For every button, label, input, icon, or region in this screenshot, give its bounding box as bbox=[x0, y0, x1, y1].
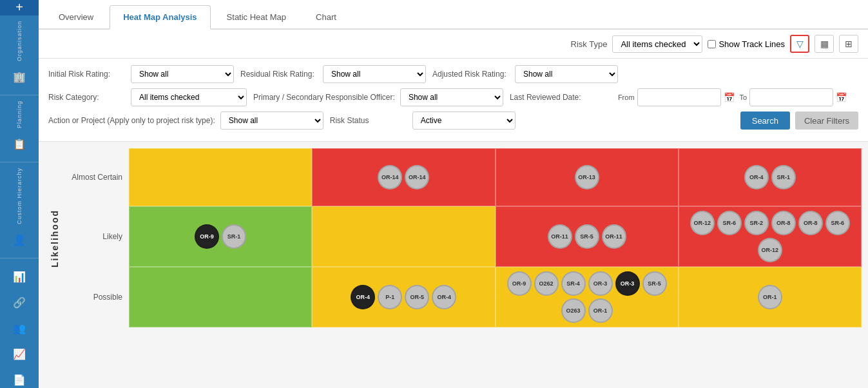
row-label-possible: Possible bbox=[64, 267, 129, 327]
badge-sr6b[interactable]: SR-6 bbox=[825, 211, 850, 235]
badge-or4b[interactable]: OR-4 bbox=[351, 285, 375, 309]
risk-status-label: Risk Status bbox=[330, 116, 407, 125]
primary-officer-filter: Primary / Secondary Responsible Officer:… bbox=[253, 88, 503, 106]
cells-possible: OR-4 P-1 OR-5 OR-4 OR-9 O262 SR-4 OR-3 O… bbox=[129, 267, 862, 327]
badge-sr6a[interactable]: SR-6 bbox=[717, 211, 742, 235]
likelihood-label: Likelihood bbox=[50, 209, 60, 267]
row-label-likely: Likely bbox=[64, 206, 129, 267]
tab-chart[interactable]: Chart bbox=[302, 5, 350, 28]
cell-ac-3: OR-13 bbox=[496, 148, 679, 206]
badge-or3b[interactable]: OR-3 bbox=[615, 271, 640, 296]
badge-or5[interactable]: OR-5 bbox=[405, 285, 429, 309]
search-button[interactable]: Search bbox=[740, 112, 790, 130]
chart-icon[interactable]: 📊 bbox=[8, 265, 31, 288]
cell-l-1: OR-9 SR-1 bbox=[129, 206, 312, 267]
risk-status-select[interactable]: Active bbox=[412, 112, 516, 130]
row-likely: Likely OR-9 SR-1 OR-11 SR-5 OR-11 bbox=[64, 206, 862, 267]
calendar-to-icon[interactable]: 📅 bbox=[836, 92, 847, 102]
risk-category-select[interactable]: All items checked bbox=[131, 88, 247, 106]
cells-almost-certain: OR-14 OR-14 OR-13 OR-4 SR-1 bbox=[129, 148, 862, 206]
residual-risk-select[interactable]: Show all bbox=[323, 65, 426, 83]
badge-or4c[interactable]: OR-4 bbox=[432, 285, 456, 309]
badge-or11b[interactable]: OR-11 bbox=[602, 224, 626, 249]
initial-risk-select[interactable]: Show all bbox=[131, 65, 234, 83]
document-icon[interactable]: 📄 bbox=[8, 368, 31, 388]
badge-or12a[interactable]: OR-12 bbox=[690, 211, 715, 235]
table-icon-button[interactable]: ▦ bbox=[815, 35, 834, 53]
calendar-from-icon[interactable]: 📅 bbox=[724, 92, 735, 102]
clear-filters-button[interactable]: Clear Filters bbox=[795, 112, 858, 130]
cell-ac-4: OR-4 SR-1 bbox=[679, 148, 862, 206]
grid-icon-button[interactable]: ⊞ bbox=[839, 35, 858, 53]
badge-p1[interactable]: P-1 bbox=[378, 285, 402, 309]
badge-or14a[interactable]: OR-14 bbox=[378, 165, 402, 189]
badge-or14b[interactable]: OR-14 bbox=[405, 165, 429, 189]
badge-sr5a[interactable]: SR-5 bbox=[575, 224, 599, 249]
primary-officer-select[interactable]: Show all bbox=[400, 88, 503, 106]
likelihood-label-wrap: Likelihood bbox=[45, 148, 64, 329]
risk-category-filter: Risk Category: All items checked bbox=[48, 88, 247, 106]
date-to-input[interactable] bbox=[749, 88, 833, 106]
badge-sr1a[interactable]: SR-1 bbox=[771, 165, 796, 189]
badge-o262[interactable]: O262 bbox=[534, 271, 559, 296]
sidebar-section-icons: 📊 🔗 👥 📈 📄 bbox=[0, 258, 39, 388]
sidebar: + Organisation 🏢 Planning 📋 Custom Hiera… bbox=[0, 0, 39, 388]
cell-l-2 bbox=[312, 206, 495, 267]
organisation-label: Organisation bbox=[16, 21, 23, 61]
organisation-icon[interactable]: 🏢 bbox=[8, 65, 31, 88]
main-content: Overview Heat Map Analysis Static Heat M… bbox=[39, 0, 868, 388]
badge-or4a[interactable]: OR-4 bbox=[744, 165, 769, 189]
custom-hierarchy-icon[interactable]: 👤 bbox=[8, 228, 31, 251]
badge-or3a[interactable]: OR-3 bbox=[588, 271, 613, 296]
planning-icon[interactable]: 📋 bbox=[8, 132, 31, 155]
cells-likely: OR-9 SR-1 OR-11 SR-5 OR-11 OR-12 SR-6 bbox=[129, 206, 862, 267]
badge-or9b[interactable]: OR-9 bbox=[507, 271, 532, 296]
tab-static-heat-map[interactable]: Static Heat Map bbox=[213, 5, 300, 28]
analytics-icon[interactable]: 📈 bbox=[8, 342, 31, 365]
badge-or11a[interactable]: OR-11 bbox=[548, 224, 572, 249]
residual-risk-label: Residual Risk Rating: bbox=[240, 70, 318, 79]
date-from-input[interactable] bbox=[637, 88, 721, 106]
plus-icon: + bbox=[15, 0, 23, 15]
badge-or1c[interactable]: OR-1 bbox=[758, 285, 782, 309]
badge-sr2[interactable]: SR-2 bbox=[744, 211, 769, 235]
tab-overview[interactable]: Overview bbox=[45, 5, 107, 28]
add-button[interactable]: + bbox=[0, 0, 39, 15]
tab-bar: Overview Heat Map Analysis Static Heat M… bbox=[39, 0, 868, 30]
risk-category-label: Risk Category: bbox=[48, 93, 126, 102]
show-track-lines-checkbox[interactable] bbox=[708, 40, 716, 48]
cell-p-4: OR-1 bbox=[679, 267, 862, 327]
table-icon: ▦ bbox=[820, 39, 829, 49]
badge-sr1b[interactable]: SR-1 bbox=[222, 224, 246, 249]
filter-row-2: Risk Category: All items checked Primary… bbox=[48, 88, 858, 106]
planning-label: Planning bbox=[16, 101, 23, 128]
sidebar-section-planning: Planning 📋 bbox=[0, 95, 39, 162]
link-icon[interactable]: 🔗 bbox=[8, 291, 31, 314]
risk-type-select[interactable]: All items checked bbox=[612, 35, 702, 53]
action-project-select[interactable]: Show all bbox=[220, 112, 323, 130]
adjusted-risk-filter: Adjusted Risk Rating: Show all bbox=[432, 65, 618, 83]
cell-p-3: OR-9 O262 SR-4 OR-3 OR-3 SR-5 O263 OR-1 bbox=[496, 267, 679, 327]
heatmap-inner: Almost Certain OR-14 OR-14 OR-13 OR-4 bbox=[64, 148, 862, 329]
filter-icon-button[interactable]: ▽ bbox=[790, 35, 809, 53]
users-icon[interactable]: 👥 bbox=[8, 316, 31, 340]
toolbar: Risk Type All items checked Show Track L… bbox=[39, 30, 868, 59]
adjusted-risk-select[interactable]: Show all bbox=[515, 65, 618, 83]
filters-panel: Initial Risk Rating: Show all Residual R… bbox=[39, 59, 868, 142]
badge-or12b[interactable]: OR-12 bbox=[758, 238, 782, 262]
badge-or1b[interactable]: OR-1 bbox=[588, 298, 613, 323]
grid-icon: ⊞ bbox=[845, 39, 853, 49]
badge-or8a[interactable]: OR-8 bbox=[771, 211, 796, 235]
badge-o263[interactable]: O263 bbox=[561, 298, 586, 323]
badge-sr5b[interactable]: SR-5 bbox=[642, 271, 667, 296]
cell-l-4: OR-12 SR-6 SR-2 OR-8 OR-8 SR-6 OR-12 bbox=[679, 206, 862, 267]
badge-sr4[interactable]: SR-4 bbox=[561, 271, 586, 296]
row-almost-certain: Almost Certain OR-14 OR-14 OR-13 OR-4 bbox=[64, 148, 862, 206]
tab-heat-map-analysis[interactable]: Heat Map Analysis bbox=[110, 5, 210, 30]
badge-or13[interactable]: OR-13 bbox=[575, 165, 599, 189]
custom-hierarchy-label: Custom Hierarchy bbox=[16, 168, 23, 224]
from-label: From bbox=[618, 93, 635, 101]
badge-or9[interactable]: OR-9 bbox=[195, 224, 219, 249]
badge-or8b[interactable]: OR-8 bbox=[798, 211, 823, 235]
filter-icon: ▽ bbox=[796, 39, 804, 49]
